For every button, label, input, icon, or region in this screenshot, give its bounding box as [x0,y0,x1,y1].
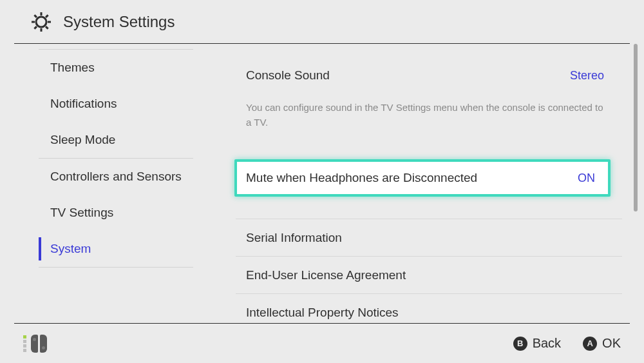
sidebar-item-label: Controllers and Sensors [50,170,182,184]
sidebar-item-system[interactable]: System [39,231,193,267]
row-label: End-User License Agreement [246,268,406,282]
ok-label: OK [602,336,621,351]
ok-button[interactable]: A OK [583,336,621,351]
svg-rect-7 [33,14,37,18]
eula-row[interactable]: End-User License Agreement [236,256,622,293]
svg-rect-5 [45,14,49,18]
svg-rect-3 [32,21,35,23]
footer: B Back A OK [0,324,644,363]
svg-rect-8 [45,26,49,30]
sidebar-item-controllers[interactable]: Controllers and Sensors [39,159,193,195]
ip-notices-row[interactable]: Intellectual Property Notices [236,293,622,324]
serial-information-row[interactable]: Serial Information [236,219,622,256]
sidebar-item-themes[interactable]: Themes [39,50,193,86]
sidebar: amiibo Themes Notifications Sleep Mode C… [0,44,216,324]
row-value: Stereo [570,69,604,83]
sidebar-item-label: Sleep Mode [50,133,115,147]
a-button-icon: A [583,337,597,351]
back-label: Back [533,336,561,351]
console-sound-description: You can configure sound in the TV Settin… [236,94,622,137]
sidebar-item-sleep-mode[interactable]: Sleep Mode [39,122,193,158]
sidebar-item-label: Notifications [50,97,117,111]
svg-rect-1 [41,12,43,15]
row-label: Intellectual Property Notices [246,306,399,320]
mute-headphones-row[interactable]: Mute when Headphones are Disconnected ON [234,159,611,197]
row-label: Mute when Headphones are Disconnected [246,171,477,185]
console-sound-row[interactable]: Console Sound Stereo [236,57,622,94]
row-value: ON [578,172,595,185]
sidebar-divider [39,267,193,268]
controller-status-icon [23,335,47,353]
svg-point-0 [36,17,46,27]
back-button[interactable]: B Back [513,336,561,351]
sidebar-item-amiibo[interactable]: amiibo [39,44,193,49]
main-panel: Console Sound Stereo You can configure s… [216,44,629,324]
svg-rect-6 [33,26,37,30]
sidebar-item-tv-settings[interactable]: TV Settings [39,195,193,231]
sidebar-item-notifications[interactable]: Notifications [39,86,193,122]
sidebar-item-label: TV Settings [50,206,113,220]
row-label: Console Sound [246,68,330,83]
sidebar-item-label: Themes [50,61,95,75]
b-button-icon: B [513,337,527,351]
gear-icon [31,12,52,32]
svg-rect-4 [48,21,51,23]
svg-rect-2 [41,28,43,32]
scrollbar[interactable] [634,44,638,211]
sidebar-item-label: System [50,242,91,256]
row-label: Serial Information [246,231,342,245]
header: System Settings [0,0,644,43]
page-title: System Settings [63,13,175,31]
